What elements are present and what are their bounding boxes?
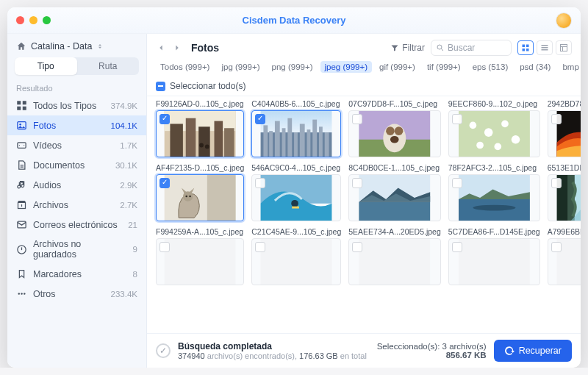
file-thumbnail[interactable] <box>548 174 581 221</box>
sidebar-item-mail[interactable]: Correos electrónicos21 <box>7 215 146 235</box>
window-zoom[interactable] <box>43 16 51 24</box>
breadcrumb[interactable]: Catalina - Data <box>7 34 146 57</box>
file-card[interactable]: 6513E1DB-9...105_c.jpeg <box>548 163 581 221</box>
svg-point-14 <box>24 293 26 295</box>
file-thumbnail[interactable] <box>251 238 341 285</box>
view-detail-button[interactable] <box>556 40 572 55</box>
format-tab[interactable]: bmp (41) <box>558 61 581 73</box>
svg-rect-6 <box>18 143 26 149</box>
file-checkbox[interactable] <box>255 114 265 124</box>
sidebar-item-unsaved[interactable]: Archivos no guardados9 <box>7 235 146 264</box>
sidebar-item-grid[interactable]: Todos los Tipos374.9K <box>7 96 146 115</box>
sidebar-item-audio[interactable]: Audios2.9K <box>7 175 146 195</box>
file-checkbox[interactable] <box>255 178 265 188</box>
file-card[interactable]: AF4F2135-D...105_c.jpeg <box>156 163 244 221</box>
file-thumbnail[interactable] <box>348 110 441 157</box>
sidebar-item-other[interactable]: Otros233.4K <box>7 284 146 304</box>
svg-point-5 <box>19 124 21 126</box>
sidebar-mode-tabs: Tipo Ruta <box>15 57 139 75</box>
file-thumbnail[interactable] <box>251 174 341 221</box>
file-name: AF4F2135-D...105_c.jpeg <box>156 163 244 172</box>
format-tab[interactable]: png (999+) <box>268 61 318 73</box>
file-card[interactable]: 78F2AFC3-2...105_c.jpeg <box>448 163 540 221</box>
file-thumbnail[interactable] <box>548 238 581 285</box>
sidebar-item-image[interactable]: Fotos104.1K <box>7 115 146 135</box>
format-tab[interactable]: gif (999+) <box>375 61 420 73</box>
file-checkbox[interactable] <box>159 242 170 252</box>
sidebar-item-video[interactable]: Vídeos1.7K <box>7 135 146 155</box>
nav-back-icon[interactable] <box>156 43 166 53</box>
format-tab[interactable]: psd (34) <box>515 61 555 73</box>
svg-point-13 <box>21 293 23 295</box>
file-card[interactable]: C404A0B5-6...105_c.jpeg <box>251 99 341 157</box>
sidebar-item-count: 1.7K <box>120 141 137 150</box>
thumbnail-image <box>349 111 440 157</box>
file-thumbnail[interactable] <box>156 174 244 221</box>
file-checkbox[interactable] <box>352 178 362 188</box>
window-minimize[interactable] <box>29 16 37 24</box>
file-thumbnail[interactable] <box>251 110 341 157</box>
select-all-row[interactable]: Seleccionar todo(s) <box>147 78 581 96</box>
file-thumbnail[interactable] <box>348 238 441 285</box>
svg-rect-1 <box>23 101 26 104</box>
file-card[interactable]: 8C4DB0CE-1...105_c.jpeg <box>348 163 441 221</box>
file-card[interactable]: F99126AD-0...105_c.jpeg <box>156 99 244 157</box>
file-checkbox[interactable] <box>159 114 170 124</box>
file-thumbnail[interactable] <box>156 110 244 157</box>
file-thumbnail[interactable] <box>156 238 244 285</box>
filter-button[interactable]: Filtrar <box>390 43 425 53</box>
nav-forward-icon[interactable] <box>172 43 182 53</box>
tab-ruta[interactable]: Ruta <box>77 57 140 75</box>
search-input[interactable]: Buscar <box>431 40 512 56</box>
file-checkbox[interactable] <box>452 114 462 124</box>
file-checkbox[interactable] <box>551 242 562 252</box>
recover-button[interactable]: Recuperar <box>494 340 572 362</box>
file-card[interactable]: F994259A-A...105_c.jpeg <box>156 227 244 285</box>
file-card[interactable]: 5C7DEA86-F...D145E.jpeg <box>448 227 540 285</box>
sidebar-item-archive[interactable]: Archivos2.7K <box>7 195 146 215</box>
file-card[interactable]: 546AC9C0-4...105_c.jpeg <box>251 163 341 221</box>
file-thumbnail[interactable] <box>448 174 540 221</box>
file-thumbnail[interactable] <box>348 174 441 221</box>
file-card[interactable]: C21C45AE-9...105_c.jpeg <box>251 227 341 285</box>
sidebar-item-count: 374.9K <box>111 101 137 110</box>
home-icon <box>16 41 26 51</box>
format-tab[interactable]: jpg (999+) <box>217 61 264 73</box>
file-checkbox[interactable] <box>159 178 170 188</box>
file-card[interactable]: A799E6BE-B...105_c.jpeg <box>548 227 581 285</box>
format-tab[interactable]: Todos (999+) <box>156 61 214 73</box>
file-thumbnail[interactable] <box>448 238 540 285</box>
file-checkbox[interactable] <box>352 114 362 124</box>
main-panel: Fotos Filtrar Buscar Todos (999+)jpg (99… <box>147 34 581 368</box>
format-tab[interactable]: jpeg (999+) <box>320 61 373 73</box>
view-grid-button[interactable] <box>517 40 534 55</box>
format-tab[interactable]: eps (513) <box>468 61 513 73</box>
user-badge-icon[interactable] <box>556 12 572 29</box>
svg-rect-22 <box>542 49 548 51</box>
file-thumbnail[interactable] <box>448 110 540 157</box>
tab-tipo[interactable]: Tipo <box>15 57 77 75</box>
window-close[interactable] <box>16 16 24 24</box>
file-card[interactable]: 9EECF860-9...102_o.jpeg <box>448 99 540 157</box>
format-tab[interactable]: tif (999+) <box>423 61 465 73</box>
file-card[interactable]: 5EAEE734-A...20ED5.jpeg <box>348 227 441 285</box>
view-list-button[interactable] <box>537 40 553 55</box>
file-checkbox[interactable] <box>352 242 362 252</box>
sidebar-item-bookmark[interactable]: Marcadores8 <box>7 264 146 284</box>
svg-point-15 <box>437 45 442 49</box>
file-checkbox[interactable] <box>255 242 265 252</box>
file-card[interactable]: 07C97DD8-F...105_c.jpeg <box>348 99 441 157</box>
sidebar-item-doc[interactable]: Documentos30.1K <box>7 155 146 175</box>
file-name: F99126AD-0...105_c.jpeg <box>156 99 244 108</box>
file-thumbnail[interactable] <box>548 110 581 157</box>
file-checkbox[interactable] <box>452 242 462 252</box>
svg-rect-0 <box>17 101 21 104</box>
svg-rect-18 <box>523 49 526 51</box>
toolbar: Fotos Filtrar Buscar <box>147 34 581 60</box>
select-all-checkbox[interactable] <box>156 82 165 91</box>
file-checkbox[interactable] <box>551 114 562 124</box>
file-card[interactable]: 2942BD78-3...105_c.jpeg <box>548 99 581 157</box>
titlebar: Cisdem Data Recovery <box>7 7 581 34</box>
file-checkbox[interactable] <box>452 178 462 188</box>
file-checkbox[interactable] <box>551 178 562 188</box>
